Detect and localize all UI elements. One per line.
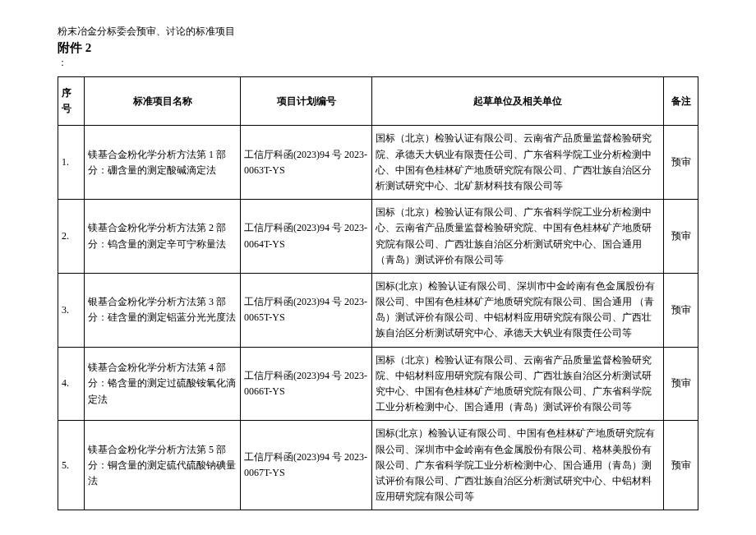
- colon-mark: ：: [58, 56, 698, 70]
- cell-note: 预审: [664, 421, 698, 510]
- cell-plan: 工信厅科函(2023)94 号 2023-0064T-YS: [241, 200, 372, 274]
- document-header: 粉末冶金分标委会预审、讨论的标准项目 附件 2 ：: [58, 25, 698, 70]
- table-row: 5. 镁基合金粉化学分析方法第 5 部分：铜含量的测定硫代硫酸钠碘量法 工信厅科…: [58, 421, 698, 510]
- cell-note: 预审: [664, 200, 698, 274]
- cell-plan: 工信厅科函(2023)94 号 2023-0063T-YS: [241, 126, 372, 200]
- cell-plan: 工信厅科函(2023)94 号 2023-0065T-YS: [241, 273, 372, 347]
- cell-seq: 2.: [58, 200, 85, 274]
- table-row: 4. 镁基合金粉化学分析方法第 4 部分：铬含量的测定过硫酸铵氧化滴定法 工信厅…: [58, 347, 698, 421]
- header-units: 起草单位及相关单位: [372, 77, 664, 126]
- cell-note: 预审: [664, 347, 698, 421]
- cell-seq: 5.: [58, 421, 85, 510]
- cell-name: 银基合金粉化学分析方法第 3 部分：硅含量的测定铝蓝分光光度法: [85, 273, 241, 347]
- attachment-label: 附件 2: [58, 40, 698, 56]
- header-name: 标准项目名称: [85, 77, 241, 126]
- document-title: 粉末冶金分标委会预审、讨论的标准项目: [58, 25, 698, 39]
- cell-note: 预审: [664, 126, 698, 200]
- cell-plan: 工信厅科函(2023)94 号 2023-0066T-YS: [241, 347, 372, 421]
- table-row: 2. 镁基合金粉化学分析方法第 2 部分：钨含量的测定辛可宁称量法 工信厅科函(…: [58, 200, 698, 274]
- cell-name: 镁基合金粉化学分析方法第 4 部分：铬含量的测定过硫酸铵氧化滴定法: [85, 347, 241, 421]
- cell-units: 国标(北京）检验认证有限公司、深圳市中金岭南有色金属股份有限公司、中国有色桂林矿…: [372, 273, 664, 347]
- cell-name: 镁基合金粉化学分析方法第 2 部分：钨含量的测定辛可宁称量法: [85, 200, 241, 274]
- cell-seq: 1.: [58, 126, 85, 200]
- cell-note: 预审: [664, 273, 698, 347]
- header-seq: 序号: [58, 77, 85, 126]
- table-header-row: 序号 标准项目名称 项目计划编号 起草单位及相关单位 备注: [58, 77, 698, 126]
- header-plan: 项目计划编号: [241, 77, 372, 126]
- cell-plan: 工信厅科函(2023)94 号 2023-0067T-YS: [241, 421, 372, 510]
- cell-units: 国标（北京）检验认证有限公司、云南省产品质量监督检验研究院、中铝材料应用研究院有…: [372, 347, 664, 421]
- header-note: 备注: [664, 77, 698, 126]
- cell-seq: 4.: [58, 347, 85, 421]
- cell-seq: 3.: [58, 273, 85, 347]
- table-row: 3. 银基合金粉化学分析方法第 3 部分：硅含量的测定铝蓝分光光度法 工信厅科函…: [58, 273, 698, 347]
- cell-units: 国标（北京）检验认证有限公司、广东省科学院工业分析检测中心、云南省产品质量监督检…: [372, 200, 664, 274]
- table-row: 1. 镁基合金粉化学分析方法第 1 部分：硼含量的测定酸碱滴定法 工信厅科函(2…: [58, 126, 698, 200]
- table-body: 1. 镁基合金粉化学分析方法第 1 部分：硼含量的测定酸碱滴定法 工信厅科函(2…: [58, 126, 698, 510]
- standards-table: 序号 标准项目名称 项目计划编号 起草单位及相关单位 备注 1. 镁基合金粉化学…: [58, 76, 698, 510]
- cell-units: 国标(北京）检验认证有限公司、中国有色桂林矿产地质研究院有限公司、深圳市中金岭南…: [372, 421, 664, 510]
- cell-name: 镁基合金粉化学分析方法第 1 部分：硼含量的测定酸碱滴定法: [85, 126, 241, 200]
- cell-name: 镁基合金粉化学分析方法第 5 部分：铜含量的测定硫代硫酸钠碘量法: [85, 421, 241, 510]
- cell-units: 国标（北京）检验认证有限公司、云南省产品质量监督检验研究院、承德天大钒业有限责任…: [372, 126, 664, 200]
